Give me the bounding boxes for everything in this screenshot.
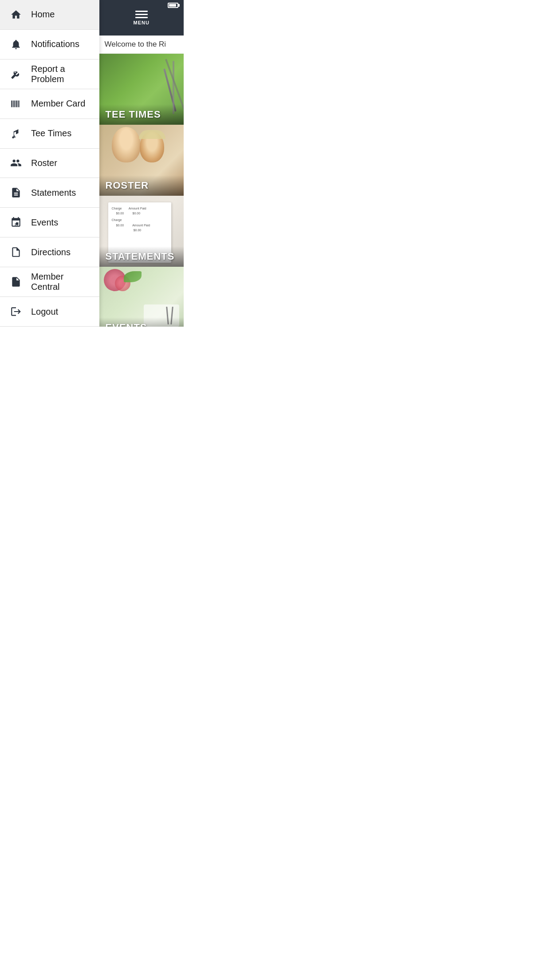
roster-label: Roster bbox=[31, 158, 57, 168]
tile-statements-label: STATEMENTS bbox=[106, 251, 175, 262]
top-bar: MENU bbox=[99, 0, 184, 36]
sidebar-item-directions[interactable]: Directions bbox=[0, 237, 99, 267]
notifications-label: Notifications bbox=[31, 39, 79, 49]
tile-tee-times[interactable]: TEE TIMES bbox=[99, 54, 184, 125]
sidebar-item-tee-times[interactable]: Tee Times bbox=[0, 119, 99, 149]
main-content: MENU Welcome to the Ri TEE TIMES bbox=[99, 0, 184, 327]
events-label: Events bbox=[31, 217, 58, 228]
wrench-icon bbox=[9, 67, 23, 81]
member-central-label: Member Central bbox=[31, 272, 91, 292]
app-container: Home Notifications Report a Problem bbox=[0, 0, 184, 327]
tile-tee-times-label: TEE TIMES bbox=[106, 109, 161, 120]
sidebar-item-logout[interactable]: Logout bbox=[0, 297, 99, 327]
member-card-label: Member Card bbox=[31, 99, 85, 109]
logout-icon bbox=[9, 304, 23, 319]
sidebar-item-events[interactable]: 30 Events bbox=[0, 208, 99, 237]
person-icon bbox=[9, 156, 23, 170]
status-bar bbox=[168, 3, 178, 8]
bell-icon bbox=[9, 37, 23, 51]
sidebar-item-member-central[interactable]: Member Central bbox=[0, 267, 99, 297]
tile-events-label-container: EVENTS bbox=[99, 317, 184, 327]
sidebar-item-report-problem[interactable]: Report a Problem bbox=[0, 59, 99, 89]
golf-icon bbox=[9, 126, 23, 141]
menu-lines-icon bbox=[135, 11, 148, 18]
svg-text:30: 30 bbox=[15, 222, 18, 226]
tile-events-label: EVENTS bbox=[106, 322, 147, 327]
svg-point-0 bbox=[12, 136, 14, 138]
battery-icon bbox=[168, 3, 178, 8]
sidebar-item-roster[interactable]: Roster bbox=[0, 149, 99, 178]
calendar-icon: 30 bbox=[9, 215, 23, 229]
menu-label: MENU bbox=[134, 20, 150, 25]
sidebar-item-statements[interactable]: Statements bbox=[0, 178, 99, 208]
tile-roster[interactable]: ROSTER bbox=[99, 125, 184, 196]
sidebar-item-notifications[interactable]: Notifications bbox=[0, 30, 99, 59]
logout-label: Logout bbox=[31, 307, 58, 317]
welcome-bar: Welcome to the Ri bbox=[99, 36, 184, 54]
tile-tee-times-label-container: TEE TIMES bbox=[99, 104, 184, 125]
tile-events[interactable]: EVENTS bbox=[99, 267, 184, 327]
directions-doc-icon bbox=[9, 245, 23, 259]
barcode-icon bbox=[9, 97, 23, 111]
sidebar-item-home[interactable]: Home bbox=[0, 0, 99, 30]
home-icon bbox=[9, 8, 23, 22]
sidebar-item-member-card[interactable]: Member Card bbox=[0, 89, 99, 119]
tile-statements-label-container: STATEMENTS bbox=[99, 246, 184, 267]
tile-statements[interactable]: Charge Amount Paid $0.00 $0.00 Charge $0… bbox=[99, 196, 184, 267]
tile-roster-label: ROSTER bbox=[106, 180, 149, 191]
report-problem-label: Report a Problem bbox=[31, 64, 91, 84]
menu-button[interactable]: MENU bbox=[134, 11, 150, 25]
sidebar: Home Notifications Report a Problem bbox=[0, 0, 99, 327]
tile-roster-label-container: ROSTER bbox=[99, 175, 184, 196]
tee-times-label: Tee Times bbox=[31, 128, 71, 138]
statements-label: Statements bbox=[31, 188, 76, 198]
home-label: Home bbox=[31, 9, 55, 20]
tiles-container: TEE TIMES ROSTER bbox=[99, 54, 184, 327]
directions-label: Directions bbox=[31, 247, 71, 257]
welcome-text: Welcome to the Ri bbox=[105, 40, 166, 48]
document-list-icon bbox=[9, 186, 23, 200]
member-central-icon bbox=[9, 275, 23, 289]
